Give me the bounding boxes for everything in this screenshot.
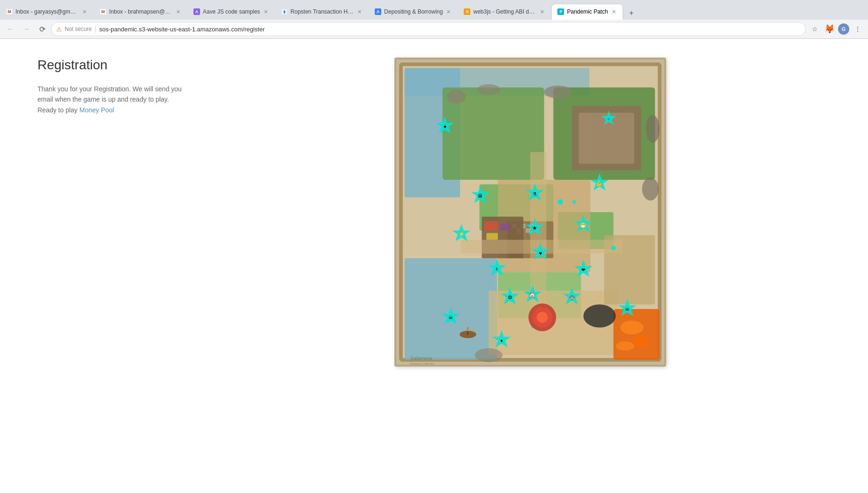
toolbar-icons: ☆ 🦊 G ⋮: [808, 22, 864, 36]
security-label: Not secure: [65, 26, 92, 32]
small-marker-3: [611, 246, 616, 250]
explosion-core: [537, 312, 548, 323]
firefox-icon[interactable]: 🦊: [823, 22, 836, 36]
page-title: Registration: [37, 58, 376, 73]
tab-favicon-aave: A: [193, 8, 200, 15]
back-button[interactable]: ←: [4, 22, 17, 36]
tab-close-pandemic[interactable]: ✕: [611, 8, 617, 16]
right-panel: ✦ 🏛 ⚗ 💪: [394, 58, 831, 478]
tab-bar: M Inbox - garyasys@gmail.c... ✕ M Inbox …: [0, 0, 868, 20]
svg-rect-29: [613, 309, 660, 360]
tab-label-gmail-gary: Inbox - garyasys@gmail.c...: [15, 8, 79, 15]
tab-favicon-pandemic: P: [557, 8, 564, 15]
svg-point-36: [544, 86, 571, 99]
tab-label-aave: Aave JS code samples: [203, 8, 260, 15]
svg-point-31: [633, 336, 650, 347]
svg-text:💪: 💪: [596, 180, 603, 187]
svg-text:✦: ✦: [442, 123, 447, 130]
tab-close-aave[interactable]: ✕: [263, 8, 269, 16]
tab-gmail-gary[interactable]: M Inbox - garyasys@gmail.c... ✕: [0, 4, 94, 20]
address-bar[interactable]: ⚠ Not secure | sos-pandemic.s3-website-u…: [52, 22, 805, 36]
svg-text:○: ○: [608, 117, 610, 121]
tab-close-depositing[interactable]: ✕: [445, 8, 452, 16]
security-icon: ⚠: [56, 26, 62, 33]
tab-close-gmail-gary[interactable]: ✕: [82, 8, 88, 16]
svg-rect-27: [500, 224, 510, 231]
svg-text:😷: 😷: [580, 222, 586, 228]
tab-ropsten[interactable]: ⧫ Ropsten Transaction Has... ✕: [275, 4, 369, 20]
svg-rect-26: [484, 221, 498, 231]
tab-favicon-gmail-gary: M: [6, 8, 13, 15]
tab-favicon-ropsten: ⧫: [281, 8, 288, 15]
tab-label-gmail-brahm: Inbox - brahmapsen@gm...: [109, 8, 172, 15]
svg-text:🏛: 🏛: [478, 193, 482, 199]
page-body-text: Thank you for your Registration. We will…: [37, 84, 376, 115]
bookmark-button[interactable]: ☆: [808, 22, 821, 36]
svg-rect-40: [530, 152, 547, 328]
reload-button[interactable]: ⟳: [36, 22, 49, 36]
svg-text:☠: ☠: [625, 306, 630, 312]
svg-text:♦: ♦: [500, 338, 503, 343]
tab-label-web3js: web3js - Getting ABI data...: [473, 8, 536, 15]
tab-web3js[interactable]: S web3js - Getting ABI data... ✕: [458, 4, 551, 20]
page-content: Registration Thank you for your Registra…: [0, 39, 868, 493]
tab-close-ropsten[interactable]: ✕: [356, 8, 363, 16]
svg-text:♥: ♥: [539, 250, 542, 257]
tab-label-ropsten: Ropsten Transaction Has...: [290, 8, 354, 15]
address-text: sos-pandemic.s3-website-us-east-1.amazon…: [99, 26, 801, 33]
svg-text:🏠: 🏠: [529, 292, 536, 298]
tab-close-web3js[interactable]: ✕: [539, 8, 545, 16]
svg-text:⚕: ⚕: [496, 266, 498, 272]
tab-label-depositing: Depositing & Borrowing: [384, 8, 443, 15]
svg-point-30: [620, 321, 643, 335]
tab-depositing[interactable]: A Depositing & Borrowing ✕: [369, 4, 458, 20]
svg-text:🏰: 🏰: [569, 294, 575, 301]
tab-favicon-gmail-brahm: M: [100, 8, 106, 15]
small-marker-2: [572, 200, 576, 204]
svg-rect-28: [486, 233, 498, 240]
body-line1: Thank you for your Registration. We will…: [37, 84, 376, 94]
svg-point-35: [477, 84, 500, 96]
tab-close-gmail-brahm[interactable]: ✕: [175, 8, 181, 16]
svg-text:⚗: ⚗: [533, 191, 537, 196]
body-line3: Ready to play Money Pool: [37, 105, 376, 115]
profile-avatar[interactable]: G: [838, 23, 849, 35]
body-line3-prefix: Ready to play: [37, 106, 80, 114]
address-bar-row: ← → ⟳ ⚠ Not secure | sos-pandemic.s3-web…: [0, 20, 868, 38]
map-signature: Salamura: [410, 355, 431, 361]
tab-favicon-depositing: A: [375, 8, 381, 15]
extensions-button[interactable]: ⋮: [851, 22, 864, 36]
svg-point-37: [645, 115, 660, 143]
money-pool-link[interactable]: Money Pool: [80, 106, 114, 114]
map-subtitle: Fantasy World: [410, 362, 434, 365]
game-map: ✦ 🏛 ⚗ 💪: [394, 58, 666, 367]
body-line2: email when the game is up and ready to p…: [37, 94, 376, 104]
left-panel: Registration Thank you for your Registra…: [37, 58, 394, 478]
svg-point-39: [475, 348, 502, 362]
forward-button[interactable]: →: [20, 22, 33, 36]
svg-point-32: [616, 341, 634, 351]
tab-label-pandemic: Pandemic Patch: [567, 8, 608, 15]
map-svg: ✦ 🏛 ⚗ 💪: [396, 59, 664, 365]
svg-point-38: [642, 177, 659, 200]
svg-text:★: ★: [532, 225, 537, 231]
svg-text:☠: ☠: [448, 315, 453, 320]
browser-chrome: M Inbox - garyasys@gmail.c... ✕ M Inbox …: [0, 0, 868, 39]
svg-rect-19: [526, 228, 530, 233]
svg-text:⚙: ⚙: [507, 294, 512, 300]
svg-point-33: [583, 304, 616, 327]
tab-pandemic[interactable]: P Pandemic Patch ✕: [551, 4, 623, 20]
tab-gmail-brahm[interactable]: M Inbox - brahmapsen@gm... ✕: [94, 4, 187, 20]
svg-text:⚡: ⚡: [458, 231, 465, 237]
tab-favicon-web3js: S: [464, 8, 470, 15]
svg-point-34: [447, 90, 465, 104]
new-tab-button[interactable]: +: [625, 7, 638, 20]
small-marker-1: [557, 199, 563, 205]
tab-aave[interactable]: A Aave JS code samples ✕: [187, 4, 275, 20]
svg-text:❤: ❤: [581, 267, 585, 272]
